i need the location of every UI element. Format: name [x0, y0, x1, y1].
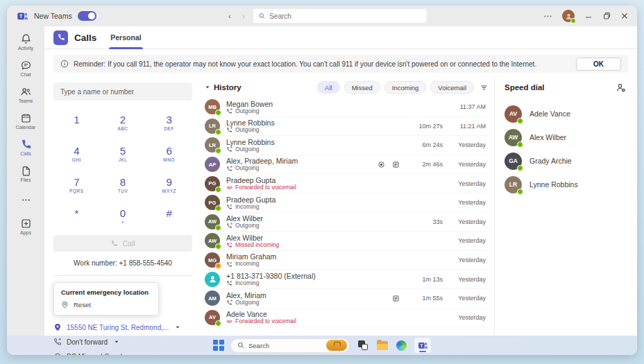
sidebar-item-chat[interactable]: Chat — [9, 55, 42, 81]
more-options-icon[interactable] — [543, 12, 552, 21]
dialpad-key-0[interactable]: 0+ — [100, 201, 146, 232]
call-status-label: Outgoing — [235, 300, 260, 306]
file-explorer-icon[interactable] — [375, 339, 389, 352]
contact-name: Alex Wilber — [529, 133, 566, 141]
people-icon — [20, 86, 32, 98]
presence-badge — [215, 243, 221, 250]
speed-dial-contact[interactable]: GAGrady Archie — [505, 149, 630, 173]
sidebar-item-more[interactable] — [9, 187, 42, 213]
history-row[interactable]: LRLynne RobbinsOutgoing6m 24sYesterday — [205, 136, 491, 155]
history-row[interactable]: PGPradeep GuptaForwarded to voicemailYes… — [205, 174, 491, 193]
history-row[interactable]: LRLynne RobbinsOutgoing10m 27s11:21 AM — [205, 117, 491, 137]
phone-icon — [57, 33, 65, 42]
call-button[interactable]: Call — [53, 235, 192, 252]
call-duration: 10m 27s — [400, 123, 443, 130]
teams-logo-icon: T — [17, 10, 28, 22]
speed-dial-header: Speed dial — [505, 78, 630, 96]
filter-icon[interactable] — [480, 83, 489, 92]
call-duration: 6m 24s — [400, 141, 443, 148]
search-input[interactable] — [269, 12, 421, 20]
speed-dial-contact[interactable]: LRLynne Robbins — [505, 173, 630, 196]
forward-chevron-icon[interactable]: › — [239, 12, 248, 20]
close-button[interactable] — [620, 12, 629, 20]
history-row[interactable]: AVAdele VanceForwarded to voicemailYeste… — [205, 309, 491, 328]
call-info: +1 813-371-9380 (External)Incoming — [226, 272, 359, 286]
contact-name: Alex Wilber — [226, 234, 359, 242]
user-avatar[interactable] — [562, 10, 575, 22]
sidebar-item-teams[interactable]: Teams — [9, 82, 42, 107]
dialpad-key-3[interactable]: 3DEF — [146, 107, 192, 139]
dialpad-key-*[interactable]: * — [53, 201, 100, 232]
history-row[interactable]: APAlex, Pradeep, MiriamOutgoing2m 46sYes… — [205, 155, 491, 175]
dialpad-key-9[interactable]: 9WXYZ — [146, 170, 192, 201]
history-row[interactable]: PGPradeep GuptaIncomingYesterday — [205, 193, 491, 213]
key-digit: 1 — [74, 114, 79, 126]
teams-logo-icon: T — [418, 340, 428, 351]
filter-pill-missed[interactable]: Missed — [344, 81, 380, 94]
filter-pill-voicemail[interactable]: Voicemail — [430, 81, 474, 94]
new-teams-toggle[interactable] — [78, 11, 96, 21]
taskbar-search[interactable]: Search — [230, 338, 350, 353]
speed-dial-contact[interactable]: AVAdele Vance — [505, 102, 630, 125]
key-letters: TUV — [118, 189, 128, 194]
dialpad-key-7[interactable]: 7PQRS — [53, 170, 100, 201]
transcript-icon — [392, 161, 400, 168]
teams-taskbar-icon[interactable]: T — [414, 338, 431, 353]
call-forward-icon — [53, 338, 62, 346]
call-status: Incoming — [226, 204, 359, 210]
presence-badge — [517, 189, 523, 195]
manage-contacts-icon[interactable] — [616, 83, 626, 93]
call-status-label: Outgoing — [235, 223, 260, 229]
start-button-icon[interactable] — [213, 340, 224, 351]
avatar: AW — [205, 233, 220, 248]
task-view-icon[interactable] — [356, 339, 369, 352]
dialpad-key-6[interactable]: 6MNO — [146, 139, 192, 170]
dialpad-key-#[interactable]: # — [146, 201, 192, 232]
titlebar-search[interactable] — [253, 9, 427, 23]
call-status-label: Outgoing — [235, 165, 260, 171]
history-row[interactable]: +1 813-371-9380 (External)Incoming1m 13s… — [205, 270, 491, 289]
sidebar-item-apps[interactable]: Apps — [9, 214, 42, 239]
reset-location-button[interactable]: Reset — [61, 301, 151, 309]
dialpad-key-1[interactable]: 1 — [53, 107, 100, 139]
call-time: 11:37 AM — [443, 103, 491, 110]
history-row[interactable]: AMAlex, MiriamOutgoing1m 55sYesterday — [205, 289, 491, 309]
restore-button[interactable] — [602, 12, 611, 20]
filter-pill-incoming[interactable]: Incoming — [384, 81, 427, 94]
call-info: Lynne RobbinsOutgoing — [226, 138, 359, 153]
avatar: AP — [205, 157, 220, 172]
record-icon — [378, 161, 385, 168]
speed-dial-contact[interactable]: AWAlex Wilber — [505, 125, 630, 149]
dialpad-key-8[interactable]: 8TUV — [100, 170, 146, 201]
phone-icon — [110, 240, 118, 248]
sidebar-item-calls[interactable]: Calls — [9, 135, 42, 160]
sidebar-item-label: Apps — [20, 230, 31, 235]
collapse-caret-icon[interactable] — [205, 85, 210, 90]
back-chevron-icon[interactable]: ‹ — [226, 12, 234, 20]
history-row[interactable]: MGMiriam GrahamIncomingYesterday — [205, 251, 491, 270]
history-row[interactable]: MBMegan BowenOutgoing11:37 AM — [205, 98, 491, 117]
history-row[interactable]: AWAlex WilberMissed incomingYesterday — [205, 232, 491, 251]
call-status: Incoming — [226, 261, 359, 267]
tab-personal[interactable]: Personal — [110, 26, 141, 49]
edge-browser-icon[interactable] — [395, 339, 408, 352]
sidebar-item-files[interactable]: Files — [9, 161, 42, 187]
history-row[interactable]: AWAlex WilberOutgoing33sYesterday — [205, 213, 491, 232]
history-header: History AllMissedIncomingVoicemail — [205, 78, 491, 96]
audio-device-selector[interactable]: PC Mic and Speakers — [53, 352, 192, 355]
presence-badge — [517, 165, 523, 171]
key-letters: WXYZ — [162, 189, 176, 194]
dialpad-key-4[interactable]: 4GHI — [53, 139, 100, 170]
dial-input[interactable] — [53, 83, 192, 101]
minimize-button[interactable] — [584, 12, 593, 20]
call-outgoing-icon — [226, 108, 232, 114]
ok-button[interactable]: OK — [576, 58, 621, 71]
dialpad-key-2[interactable]: 2ABC — [100, 107, 146, 139]
forwarding-selector[interactable]: Don't forward — [53, 338, 192, 346]
filter-pill-all[interactable]: All — [317, 81, 340, 94]
sidebar-item-calendar[interactable]: Calendar — [9, 108, 42, 134]
sidebar-item-activity[interactable]: Activity — [9, 29, 42, 55]
dots-icon — [20, 194, 32, 206]
dialpad-key-5[interactable]: 5JKL — [100, 139, 146, 170]
emergency-location-selector[interactable]: 15550 NE Turing St, Redmond,... — [53, 323, 192, 331]
